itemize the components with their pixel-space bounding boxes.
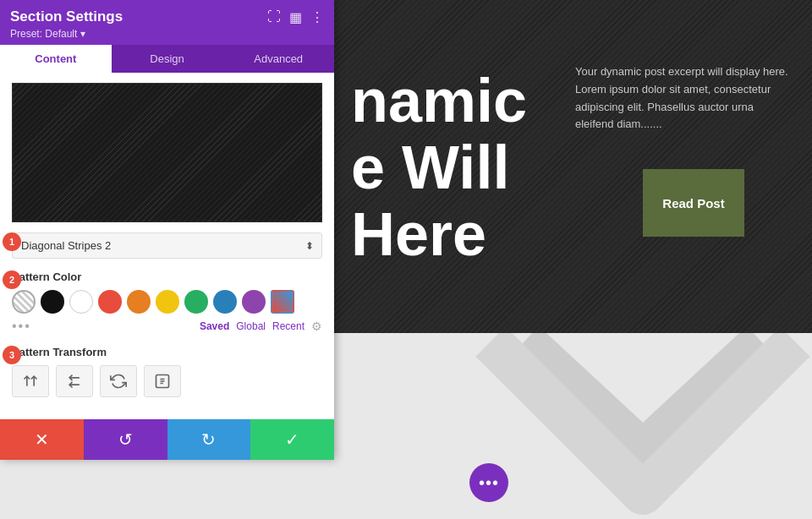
expand-icon[interactable]: ⛶	[267, 9, 281, 25]
hero-line-2: e Will	[351, 134, 527, 201]
swatch-purple[interactable]	[242, 290, 266, 314]
recent-link[interactable]: Recent	[272, 320, 304, 332]
excerpt-text: Your dynamic post excerpt will display h…	[575, 63, 795, 134]
save-icon: ✓	[285, 429, 299, 450]
panel-title: Section Settings	[10, 8, 123, 25]
swatch-orange[interactable]	[127, 290, 151, 314]
transform-reset-button[interactable]	[144, 365, 181, 397]
swatch-blue[interactable]	[213, 290, 237, 314]
hero-line-1: namic	[351, 68, 527, 134]
redo-button[interactable]: ↻	[167, 419, 251, 460]
step-2-badge: 2	[3, 270, 21, 289]
step-3-badge: 3	[3, 346, 21, 364]
saved-link[interactable]: Saved	[200, 320, 229, 332]
pattern-select[interactable]: Diagonal Stripes 2 None Diagonal Stripes…	[12, 232, 322, 259]
hero-line-3: Here	[351, 201, 527, 268]
read-post-button[interactable]: Read Post	[643, 169, 744, 237]
color-section: 2 Pattern Color ••• Saved Global Rec	[12, 270, 322, 334]
panel-tabs: Content Design Advanced	[0, 45, 334, 73]
panel-header: Section Settings ⛶ ▦ ⋮ Preset: Default ▾	[0, 0, 334, 45]
transform-section: 3 Pattern Transform	[12, 346, 322, 397]
transform-section-label: Pattern Transform	[12, 346, 322, 358]
layout-icon[interactable]: ▦	[289, 9, 302, 25]
tab-design[interactable]: Design	[112, 45, 223, 73]
swatch-transparent[interactable]	[12, 290, 36, 314]
preset-arrow[interactable]: ▾	[80, 28, 85, 40]
cancel-button[interactable]: ✕	[0, 419, 84, 460]
color-links: Saved Global Recent	[200, 320, 304, 332]
expand-swatches-button[interactable]: •••	[12, 319, 31, 334]
global-link[interactable]: Global	[236, 320, 266, 332]
color-footer: ••• Saved Global Recent ⚙	[12, 319, 322, 334]
fab-button[interactable]: •••	[469, 463, 508, 502]
swatch-green[interactable]	[184, 290, 208, 314]
undo-icon: ↺	[118, 429, 133, 450]
preset-label: Preset: Default	[10, 28, 77, 40]
color-gear-icon[interactable]: ⚙	[311, 320, 322, 333]
panel-body: 1 Diagonal Stripes 2 None Diagonal Strip…	[0, 73, 334, 419]
more-icon[interactable]: ⋮	[310, 9, 324, 25]
transform-flip-h-button[interactable]	[12, 365, 49, 397]
swatch-red[interactable]	[98, 290, 122, 314]
settings-panel: Section Settings ⛶ ▦ ⋮ Preset: Default ▾…	[0, 0, 334, 460]
pattern-preview	[12, 83, 322, 222]
transform-rotate-button[interactable]	[100, 365, 137, 397]
hero-text: namic e Will Here	[334, 68, 527, 269]
swatch-black[interactable]	[41, 290, 64, 314]
redo-icon: ↻	[201, 429, 216, 450]
transform-buttons	[12, 365, 322, 397]
dropdown-section: 1 Diagonal Stripes 2 None Diagonal Strip…	[12, 232, 322, 259]
swatch-yellow[interactable]	[156, 290, 179, 314]
transform-flip-v-button[interactable]	[56, 365, 93, 397]
panel-header-top: Section Settings ⛶ ▦ ⋮	[10, 8, 324, 25]
swatch-custom[interactable]	[271, 290, 294, 314]
color-section-label: Pattern Color	[12, 270, 322, 283]
panel-header-icons: ⛶ ▦ ⋮	[267, 9, 324, 25]
hero-content-area: namic e Will Here Your dynamic post exce…	[334, 0, 812, 519]
undo-button[interactable]: ↺	[84, 419, 167, 460]
pattern-select-wrapper: Diagonal Stripes 2 None Diagonal Stripes…	[12, 232, 322, 259]
panel-preset: Preset: Default ▾	[10, 28, 324, 40]
tab-content[interactable]: Content	[0, 45, 112, 73]
color-swatches	[12, 290, 322, 314]
tab-advanced[interactable]: Advanced	[222, 45, 334, 73]
cancel-icon: ✕	[35, 429, 49, 450]
save-button[interactable]: ✓	[250, 419, 334, 460]
action-bar: ✕ ↺ ↻ ✓	[0, 419, 334, 460]
swatch-white[interactable]	[69, 290, 93, 314]
step-1-badge: 1	[3, 232, 21, 251]
fab-dots-icon: •••	[479, 473, 499, 493]
